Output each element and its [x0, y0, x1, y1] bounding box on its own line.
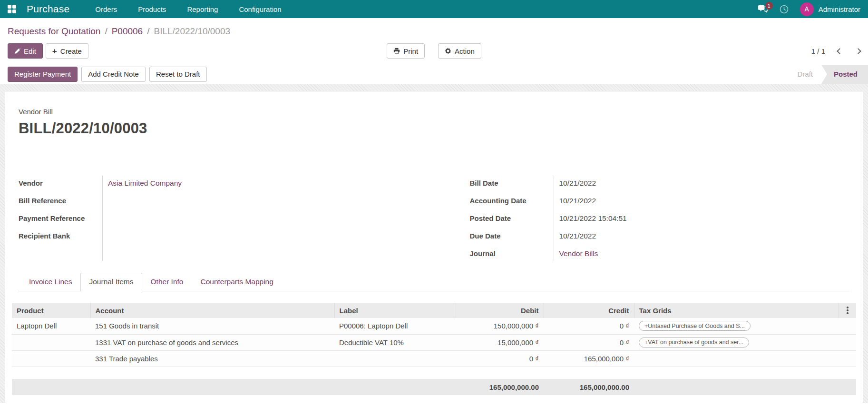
column-label[interactable]: Label	[334, 303, 456, 318]
menu-reporting[interactable]: Reporting	[187, 5, 218, 13]
vendor-value-link[interactable]: Asia Limited Company	[108, 179, 182, 187]
reset-to-draft-button[interactable]: Reset to Draft	[149, 67, 207, 82]
cell-tax-grids: +VAT on purchase of goods and ser...	[634, 334, 839, 350]
control-panel: Edit + Create Print Action	[0, 40, 868, 61]
accounting-date-label: Accounting Date	[470, 197, 554, 205]
total-credit: 165,000,000.00	[544, 379, 634, 395]
cell-debit: 15,000,000 ₫	[456, 334, 544, 350]
notebook-tabs: Invoice Lines Journal Items Other Info C…	[19, 273, 849, 291]
tax-grid-tag[interactable]: +Untaxed Purchase of Goods and S...	[639, 321, 751, 331]
due-date-value: 10/21/2022	[554, 232, 596, 240]
posted-date-label: Posted Date	[470, 214, 554, 222]
due-date-label: Due Date	[470, 232, 554, 240]
cell-label: P00006: Laptopn Dell	[334, 318, 456, 334]
cell-label: Deductible VAT 10%	[334, 334, 456, 350]
app-name[interactable]: Purchase	[27, 3, 69, 15]
column-tax-grids[interactable]: Tax Grids	[634, 303, 839, 318]
edit-button[interactable]: Edit	[8, 43, 43, 59]
status-draft[interactable]: Draft	[789, 65, 821, 84]
breadcrumb: Requests for Quotation / P00006 / BILL/2…	[8, 26, 860, 37]
form-view-background: Vendor Bill BILL/2022/10/0003 Vendor Asi…	[0, 84, 868, 403]
cell-account: 151 Goods in transit	[90, 318, 334, 334]
apps-grid-icon[interactable]	[8, 5, 16, 13]
plus-icon: +	[52, 47, 57, 55]
cell-account: 1331 VAT on purchase of goods and servic…	[90, 334, 334, 350]
user-name: Administrator	[819, 5, 860, 13]
cell-debit: 150,000,000 ₫	[456, 318, 544, 334]
cell-product: Laptopn Dell	[12, 318, 90, 334]
status-arrow	[821, 65, 827, 84]
print-button[interactable]: Print	[387, 43, 425, 59]
pager-previous-icon[interactable]	[837, 48, 843, 54]
status-row: Register Payment Add Credit Note Reset t…	[0, 61, 868, 84]
journal-value-link[interactable]: Vendor Bills	[559, 249, 598, 258]
table-row[interactable]: Laptopn Dell 151 Goods in transit P00006…	[12, 318, 856, 334]
action-button[interactable]: Action	[438, 43, 481, 59]
avatar: A	[800, 2, 814, 16]
tab-other-info[interactable]: Other Info	[142, 273, 192, 291]
journal-label: Journal	[470, 249, 554, 258]
posted-date-value: 10/21/2022 15:04:51	[554, 214, 627, 223]
table-row[interactable]: 331 Trade payables 0 ₫ 165,000,000 ₫	[12, 350, 856, 367]
main-menu: Orders Products Reporting Configuration	[95, 5, 281, 13]
pager-counter: 1 / 1	[811, 47, 825, 55]
menu-configuration[interactable]: Configuration	[239, 5, 281, 13]
column-product[interactable]: Product	[12, 303, 90, 318]
cell-product	[12, 334, 90, 350]
column-options	[839, 303, 856, 318]
pencil-icon	[14, 48, 20, 54]
recipient-bank-label: Recipient Bank	[19, 232, 102, 240]
menu-orders[interactable]: Orders	[95, 5, 117, 13]
tax-grid-tag[interactable]: +VAT on purchase of goods and ser...	[639, 338, 749, 347]
printer-icon	[393, 48, 400, 54]
cell-tax-grids	[634, 350, 839, 367]
cell-label	[334, 350, 456, 367]
bill-date-label: Bill Date	[470, 179, 554, 187]
create-button[interactable]: + Create	[46, 43, 88, 59]
breadcrumb-row: Requests for Quotation / P00006 / BILL/2…	[0, 18, 868, 40]
tab-counterparts-mapping[interactable]: Counterparts Mapping	[192, 273, 282, 291]
register-payment-button[interactable]: Register Payment	[8, 67, 78, 82]
tab-invoice-lines[interactable]: Invoice Lines	[20, 273, 80, 291]
top-navbar: Purchase Orders Products Reporting Confi…	[0, 0, 868, 18]
menu-products[interactable]: Products	[138, 5, 166, 13]
add-credit-note-button[interactable]: Add Credit Note	[81, 67, 146, 82]
messages-icon[interactable]: 1	[758, 5, 768, 13]
right-field-group: Bill Date 10/21/2022 Accounting Date 10/…	[470, 174, 850, 262]
table-options-icon[interactable]	[844, 307, 852, 314]
accounting-date-value: 10/21/2022	[554, 197, 596, 205]
gear-icon	[445, 48, 451, 54]
table-header-row: Product Account Label Debit Credit Tax G…	[12, 303, 856, 318]
left-field-group: Vendor Asia Limited Company Bill Referen…	[19, 174, 399, 262]
tab-journal-items[interactable]: Journal Items	[80, 273, 142, 291]
cell-credit: 165,000,000 ₫	[544, 350, 634, 367]
pager-next-icon[interactable]	[855, 48, 861, 54]
breadcrumb-current: BILL/2022/10/0003	[154, 26, 230, 37]
breadcrumb-link-rfq[interactable]: Requests for Quotation	[8, 26, 100, 37]
notebook: Invoice Lines Journal Items Other Info C…	[19, 273, 849, 395]
cell-debit: 0 ₫	[456, 350, 544, 367]
table-row[interactable]: 1331 VAT on purchase of goods and servic…	[12, 334, 856, 350]
cell-tax-grids: +Untaxed Purchase of Goods and S...	[634, 318, 839, 334]
payment-reference-label: Payment Reference	[19, 214, 102, 222]
table-totals-row: 165,000,000.00 165,000,000.00	[12, 379, 856, 395]
vendor-label: Vendor	[19, 179, 102, 187]
document-type-label: Vendor Bill	[19, 108, 849, 116]
bill-reference-label: Bill Reference	[19, 197, 102, 205]
column-credit[interactable]: Credit	[544, 303, 634, 318]
cell-credit: 0 ₫	[544, 334, 634, 350]
activities-clock-icon[interactable]	[780, 5, 789, 14]
breadcrumb-link-p00006[interactable]: P00006	[112, 26, 143, 37]
cell-credit: 0 ₫	[544, 318, 634, 334]
user-menu[interactable]: A Administrator	[800, 2, 860, 16]
table-spacer-row	[12, 367, 856, 379]
status-posted: Posted	[827, 65, 868, 84]
message-count-badge: 1	[765, 2, 773, 10]
column-account[interactable]: Account	[90, 303, 334, 318]
statusbar: Draft Posted	[789, 65, 868, 84]
breadcrumb-separator: /	[105, 26, 107, 37]
breadcrumb-separator: /	[147, 26, 149, 37]
cell-account: 331 Trade payables	[90, 350, 334, 367]
total-debit: 165,000,000.00	[456, 379, 544, 395]
column-debit[interactable]: Debit	[456, 303, 544, 318]
